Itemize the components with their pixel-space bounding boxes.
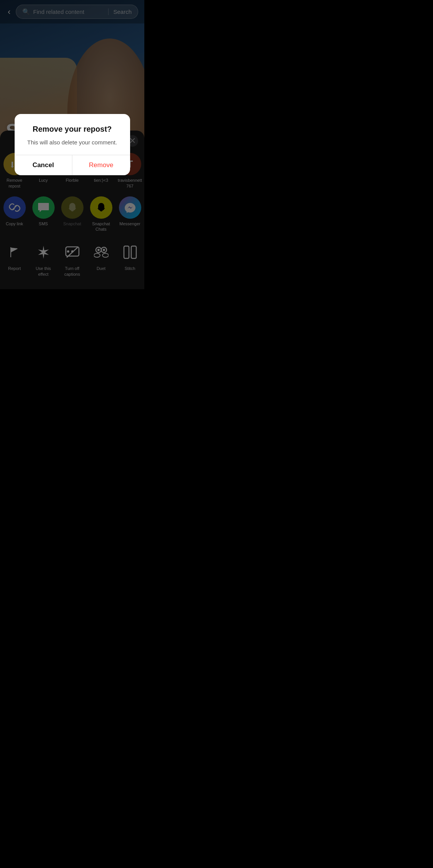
modal-actions: Cancel Remove: [15, 155, 130, 175]
modal-description: This will also delete your comment.: [24, 138, 121, 147]
modal-overlay: Remove your repost? This will also delet…: [0, 0, 144, 289]
remove-button[interactable]: Remove: [72, 155, 130, 175]
modal-title: Remove your repost?: [24, 125, 121, 134]
modal-body: Remove your repost? This will also delet…: [15, 114, 130, 155]
remove-repost-modal: Remove your repost? This will also delet…: [15, 114, 130, 175]
cancel-button[interactable]: Cancel: [15, 155, 73, 175]
